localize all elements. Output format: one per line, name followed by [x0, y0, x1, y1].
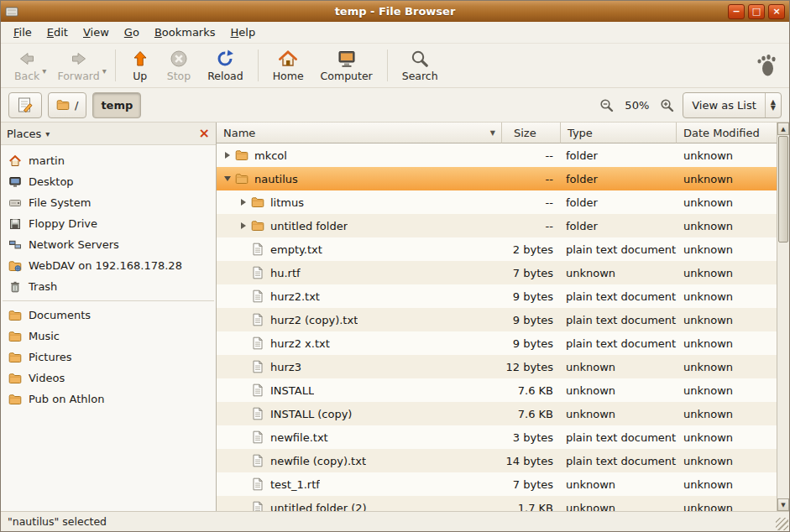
file-size-cell: 12 bytes — [502, 361, 561, 373]
file-type-cell: folder — [561, 149, 677, 162]
window-close-button[interactable]: × — [768, 4, 785, 19]
reload-icon — [215, 49, 235, 69]
path-root-button[interactable]: / — [48, 92, 86, 118]
menu-item-bookmarks[interactable]: Bookmarks — [147, 23, 223, 42]
toolbar-up-button[interactable]: Up — [122, 46, 159, 85]
file-name-cell: INSTALL (copy) — [217, 407, 502, 420]
sidebar-item-videos[interactable]: Videos — [1, 368, 216, 389]
sidebar-item-floppy-drive[interactable]: Floppy Drive — [1, 213, 216, 234]
file-row-newfile-txt[interactable]: newfile.txt3 bytesplain text documentunk… — [217, 425, 777, 449]
file-type-cell: unknown — [561, 267, 677, 279]
file-row-newfile-copy-txt[interactable]: newfile (copy).txt14 bytesplain text doc… — [217, 449, 777, 472]
scroll-up-button[interactable]: ▲ — [777, 123, 789, 135]
sidebar-item-desktop[interactable]: Desktop — [1, 171, 216, 192]
scrollbar-track[interactable] — [777, 135, 789, 498]
file-type-cell: folder — [561, 220, 677, 232]
toolbar: Back▾Forward▾UpStopReloadHomeComputerSea… — [1, 44, 789, 88]
file-size-cell: 9 bytes — [502, 314, 561, 326]
sidebar-item-network-servers[interactable]: Network Servers — [1, 234, 216, 255]
toolbar-home-button[interactable]: Home — [264, 46, 312, 85]
window-minimize-button[interactable]: − — [728, 4, 745, 19]
menu-item-edit[interactable]: Edit — [39, 23, 76, 42]
stop-icon — [169, 49, 189, 69]
file-name-label: untitled folder (2) — [270, 502, 367, 512]
back-history-dropdown-icon[interactable]: ▾ — [42, 66, 46, 76]
close-side-pane-button[interactable]: × — [199, 128, 210, 139]
file-row-litmus[interactable]: litmus--folderunknown — [217, 190, 777, 214]
home-icon — [8, 154, 22, 168]
window-maximize-button[interactable]: □ — [748, 4, 765, 19]
sidebar-item-file-system[interactable]: File System — [1, 192, 216, 213]
file-modified-cell: unknown — [677, 267, 777, 279]
path-current-button[interactable]: temp — [92, 92, 141, 118]
sidebar-item-martin[interactable]: martin — [1, 150, 216, 171]
toolbar-button-label: Search — [402, 70, 438, 82]
zoom-out-button[interactable] — [597, 96, 616, 115]
vertical-scrollbar[interactable]: ▲ ▼ — [777, 123, 789, 511]
file-modified-cell: unknown — [677, 337, 777, 350]
column-header-type[interactable]: Type — [561, 123, 677, 143]
column-header-size[interactable]: Size — [502, 123, 561, 143]
sidebar-item-trash[interactable]: Trash — [1, 276, 216, 297]
menu-item-view[interactable]: View — [76, 23, 117, 42]
scrollbar-thumb[interactable] — [778, 136, 788, 243]
file-size-cell: 3 bytes — [502, 431, 561, 444]
file-row-nautilus[interactable]: nautilus--folderunknown — [217, 167, 777, 190]
file-browser-window: temp - File Browser −□× FileEditViewGoBo… — [0, 0, 790, 532]
file-type-cell: plain text document — [561, 243, 677, 256]
file-row-hurz3[interactable]: hurz312 bytesunknownunknown — [217, 355, 777, 378]
file-size-cell: 7 bytes — [502, 267, 561, 279]
sidebar-item-music[interactable]: Music — [1, 326, 216, 347]
scroll-down-button[interactable]: ▼ — [777, 498, 789, 511]
file-row-install-copy[interactable]: INSTALL (copy)7.6 KBunknownunknown — [217, 402, 777, 425]
column-header-name[interactable]: Name▼ — [217, 123, 502, 143]
file-row-hurz2-copy-txt[interactable]: hurz2 (copy).txt9 bytesplain text docume… — [217, 308, 777, 331]
menu-item-go[interactable]: Go — [117, 23, 147, 42]
file-row-install[interactable]: INSTALL7.6 KBunknownunknown — [217, 378, 777, 402]
toolbar-computer-button[interactable]: Computer — [312, 46, 381, 85]
view-as-selector[interactable]: View as List ▲▼ — [683, 92, 782, 118]
file-row-hurz2-x-txt[interactable]: hurz2 x.txt9 bytesplain text documentunk… — [217, 331, 777, 355]
file-row-empty-txt[interactable]: empty.txt2 bytesplain text documentunkno… — [217, 237, 777, 261]
menu-item-help[interactable]: Help — [223, 23, 264, 42]
sidebar-item-label: Pictures — [29, 351, 71, 363]
file-row-test-1-rtf[interactable]: test_1.rtf7 bytesunknownunknown — [217, 472, 777, 496]
zoom-in-button[interactable] — [657, 96, 677, 115]
toggle-location-entry-button[interactable] — [8, 92, 42, 118]
forward-history-dropdown-icon[interactable]: ▾ — [102, 66, 107, 76]
toolbar-reload-button[interactable]: Reload — [199, 46, 252, 85]
sidebar-item-pub-on-athlon[interactable]: Pub on Athlon — [1, 389, 216, 409]
file-name-label: litmus — [270, 196, 304, 209]
collapsed-expander-icon[interactable] — [220, 152, 234, 159]
folder-icon — [235, 172, 249, 185]
file-row-mkcol[interactable]: mkcol--folderunknown — [217, 143, 777, 167]
file-modified-cell: unknown — [677, 220, 777, 232]
collapsed-expander-icon[interactable] — [236, 199, 250, 206]
chevron-down-icon: ▾ — [45, 129, 50, 138]
expanded-expander-icon[interactable] — [220, 176, 234, 181]
file-row-untitled-folder-2[interactable]: untitled folder (2)1.7 KBunknownunknown — [217, 496, 777, 511]
sidebar-item-label: File System — [29, 196, 91, 209]
sidebar-item-documents[interactable]: Documents — [1, 305, 216, 326]
toolbar-button-label: Back — [14, 70, 39, 82]
file-row-untitled-folder[interactable]: untitled folder--folderunknown — [217, 214, 777, 237]
file-type-cell: unknown — [561, 408, 677, 420]
file-modified-cell: unknown — [677, 384, 777, 397]
toolbar-button-label: Computer — [321, 70, 373, 82]
resize-grip[interactable] — [776, 518, 788, 530]
file-size-cell: 2 bytes — [502, 243, 561, 256]
column-header-date-modified[interactable]: Date Modified — [677, 123, 777, 143]
sidebar-item-label: martin — [29, 154, 65, 167]
menu-item-file[interactable]: File — [6, 23, 39, 42]
toolbar-search-button[interactable]: Search — [394, 46, 447, 85]
file-row-hu-rtf[interactable]: hu.rtf7 bytesunknownunknown — [217, 261, 777, 284]
sidebar-item-pictures[interactable]: Pictures — [1, 347, 216, 368]
file-row-hurz2-txt[interactable]: hurz2.txt9 bytesplain text documentunkno… — [217, 284, 777, 308]
gnome-foot-logo-icon — [756, 54, 777, 77]
title-bar[interactable]: temp - File Browser −□× — [1, 1, 789, 22]
side-pane-selector[interactable]: Places — [7, 128, 41, 140]
file-type-cell: unknown — [561, 478, 677, 491]
file-size-cell: -- — [502, 149, 561, 162]
collapsed-expander-icon[interactable] — [236, 222, 250, 229]
sidebar-item-webdav-on-192-168-178-28[interactable]: WebDAV on 192.168.178.28 — [1, 255, 216, 276]
